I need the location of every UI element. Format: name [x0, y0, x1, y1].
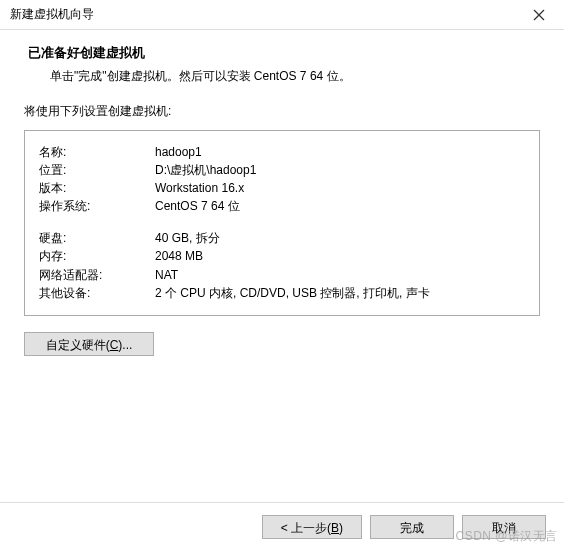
summary-row: 位置: D:\虚拟机\hadoop1 [39, 161, 525, 179]
wizard-subheading: 单击"完成"创建虚拟机。然后可以安装 CentOS 7 64 位。 [28, 68, 564, 85]
cancel-button[interactable]: 取消 [462, 515, 546, 539]
btn-text: < 上一步( [281, 521, 331, 535]
summary-val: D:\虚拟机\hadoop1 [155, 164, 525, 177]
summary-key: 操作系统: [39, 200, 155, 213]
back-button[interactable]: < 上一步(B) [262, 515, 362, 539]
summary-box: 名称: hadoop1 位置: D:\虚拟机\hadoop1 版本: Works… [24, 130, 540, 316]
summary-key: 网络适配器: [39, 269, 155, 282]
summary-val: 2 个 CPU 内核, CD/DVD, USB 控制器, 打印机, 声卡 [155, 287, 525, 300]
btn-text: 自定义硬件( [46, 338, 110, 352]
summary-key: 硬盘: [39, 232, 155, 245]
summary-key: 名称: [39, 146, 155, 159]
summary-row: 名称: hadoop1 [39, 143, 525, 161]
summary-key: 其他设备: [39, 287, 155, 300]
summary-row: 版本: Workstation 16.x [39, 179, 525, 197]
btn-text: ) [339, 521, 343, 535]
summary-val: hadoop1 [155, 146, 525, 159]
settings-label: 将使用下列设置创建虚拟机: [24, 103, 540, 120]
btn-accel: B [331, 521, 339, 535]
summary-row: 其他设备: 2 个 CPU 内核, CD/DVD, USB 控制器, 打印机, … [39, 284, 525, 302]
summary-row: 操作系统: CentOS 7 64 位 [39, 198, 525, 216]
summary-row: 硬盘: 40 GB, 拆分 [39, 230, 525, 248]
window-title: 新建虚拟机向导 [10, 6, 94, 23]
customize-hardware-button[interactable]: 自定义硬件(C)... [24, 332, 154, 356]
summary-row: 网络适配器: NAT [39, 266, 525, 284]
summary-key: 位置: [39, 164, 155, 177]
summary-val: CentOS 7 64 位 [155, 200, 525, 213]
wizard-heading: 已准备好创建虚拟机 [28, 44, 564, 62]
summary-val: NAT [155, 269, 525, 282]
summary-key: 内存: [39, 250, 155, 263]
summary-val: 2048 MB [155, 250, 525, 263]
summary-key: 版本: [39, 182, 155, 195]
btn-text: )... [118, 338, 132, 352]
summary-val: Workstation 16.x [155, 182, 525, 195]
close-icon[interactable] [524, 9, 554, 21]
summary-val: 40 GB, 拆分 [155, 232, 525, 245]
finish-button[interactable]: 完成 [370, 515, 454, 539]
summary-row: 内存: 2048 MB [39, 248, 525, 266]
